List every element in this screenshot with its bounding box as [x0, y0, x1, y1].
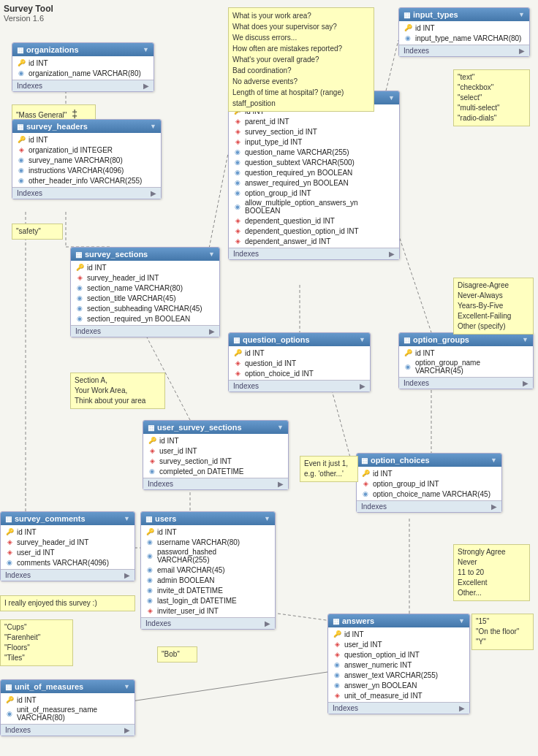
table-body-survey-comments: 🔑 id INT ◈ survey_header_id INT ◈ user_i… — [1, 525, 134, 569]
table-body-unit-of-measures: 🔑 id INT ◉ unit_of_measures_name VARCHAR… — [1, 693, 134, 724]
footer-expand-icon[interactable]: ▶ — [278, 480, 284, 488]
pk-icon: 🔑 — [5, 695, 14, 704]
table-header-survey-sections: ▦survey_sections ▼ — [71, 248, 219, 261]
fk-icon: ◈ — [333, 650, 341, 659]
table-question-options[interactable]: ▦question_options ▼ 🔑 id INT ◈ question_… — [228, 332, 371, 392]
fk-icon: ◈ — [333, 691, 341, 700]
dropdown-arrow[interactable]: ▼ — [277, 424, 284, 431]
pk-icon: 🔑 — [145, 527, 154, 536]
field-row: ◈ user_id INT — [143, 446, 288, 456]
field-row: ◉ answer_text VARCHAR(255) — [328, 670, 469, 680]
field-row: ◉ section_name VARCHAR(80) — [71, 283, 219, 293]
table-footer-survey-headers[interactable]: Indexes ▶ — [12, 187, 161, 199]
dropdown-arrow[interactable]: ▼ — [522, 336, 528, 343]
pk-icon: 🔑 — [404, 23, 412, 32]
table-survey-comments[interactable]: ▦survey_comments ▼ 🔑 id INT ◈ survey_hea… — [0, 511, 135, 581]
footer-expand-icon[interactable]: ▶ — [151, 189, 156, 197]
table-footer-users[interactable]: Indexes ▶ — [141, 617, 275, 629]
table-footer-user-survey-sections[interactable]: Indexes ▶ — [143, 478, 288, 489]
footer-expand-icon[interactable]: ▶ — [124, 571, 130, 579]
field-row: ◉ invite_dt DATETIME — [141, 585, 275, 595]
field-row: 🔑 id INT — [399, 348, 533, 358]
table-footer-input-types[interactable]: Indexes ▶ — [399, 45, 529, 56]
dropdown-arrow[interactable]: ▼ — [264, 515, 270, 522]
table-footer-answers[interactable]: Indexes ▶ — [328, 702, 469, 714]
table-users[interactable]: ▦users ▼ 🔑 id INT ◉ username VARCHAR(80)… — [140, 511, 276, 630]
table-answers[interactable]: ▦answers ▼ 🔑 id INT ◈ user_id INT ◈ ques… — [327, 614, 470, 714]
footer-expand-icon[interactable]: ▶ — [519, 47, 525, 55]
table-questions[interactable]: ▦questions ▼ 🔑 id INT ◈ parent_id INT ◈ … — [228, 91, 400, 260]
fk-icon: ◈ — [233, 127, 242, 136]
table-footer-question-options[interactable]: Indexes ▶ — [229, 380, 370, 392]
table-header-organizations: ▦organizations ▼ — [12, 43, 154, 56]
dropdown-arrow[interactable]: ▼ — [208, 251, 215, 258]
field-icon: ◉ — [75, 294, 84, 302]
dropdown-arrow[interactable]: ▼ — [124, 683, 130, 690]
table-footer-survey-comments[interactable]: Indexes ▶ — [1, 569, 134, 581]
table-body-answers: 🔑 id INT ◈ user_id INT ◈ question_option… — [328, 627, 469, 702]
field-row: 🔑 id INT — [1, 527, 134, 537]
field-row: ◉ admin BOOLEAN — [141, 575, 275, 585]
table-footer-unit-of-measures[interactable]: Indexes ▶ — [1, 724, 134, 736]
field-row: ◉ option_group_id INT — [229, 188, 399, 198]
dropdown-arrow[interactable]: ▼ — [150, 123, 156, 130]
table-body-input-types: 🔑 id INT ◉ input_type_name VARCHAR(80) — [399, 21, 529, 45]
footer-expand-icon[interactable]: ▶ — [143, 82, 149, 90]
table-survey-headers[interactable]: ▦survey_headers ▼ 🔑 id INT ◈ organizatio… — [12, 119, 162, 199]
table-survey-sections[interactable]: ▦survey_sections ▼ 🔑 id INT ◈ survey_hea… — [70, 247, 220, 337]
table-input-types[interactable]: ▦input_types ▼ 🔑 id INT ◉ input_type_nam… — [398, 7, 530, 57]
table-option-choices[interactable]: ▦option_choices ▼ 🔑 id INT ◈ option_grou… — [356, 453, 502, 513]
footer-expand-icon[interactable]: ▶ — [265, 619, 270, 627]
table-footer-option-groups[interactable]: Indexes ▶ — [399, 377, 533, 389]
dropdown-arrow[interactable]: ▼ — [388, 94, 395, 102]
dropdown-arrow[interactable]: ▼ — [490, 457, 497, 464]
note-option-groups-values: Disagree-Agree Never-Always Years-By-Fiv… — [453, 278, 534, 335]
field-row: ◉ answer_required_yn BOOLEAN — [229, 177, 399, 188]
field-icon: ◉ — [361, 489, 370, 498]
dropdown-arrow[interactable]: ▼ — [124, 515, 130, 522]
pk-icon: 🔑 — [404, 348, 412, 357]
table-header-survey-comments: ▦survey_comments ▼ — [1, 512, 134, 525]
fk-icon: ◈ — [148, 446, 156, 455]
table-footer-survey-sections[interactable]: Indexes ▶ — [71, 325, 219, 337]
footer-expand-icon[interactable]: ▶ — [389, 250, 395, 258]
field-row: ◈ dependent_question_id INT — [229, 215, 399, 226]
fk-icon: ◈ — [233, 216, 242, 225]
fk-icon: ◈ — [148, 457, 156, 465]
note-section-example: Section A, Your Work Area, Think about y… — [70, 373, 165, 409]
footer-expand-icon[interactable]: ▶ — [360, 382, 365, 390]
note-unit-of-measures-values: "Cups" "Farenheit" "Floors" "Tiles" — [0, 619, 73, 666]
dropdown-arrow[interactable]: ▼ — [518, 11, 525, 18]
dropdown-arrow[interactable]: ▼ — [359, 336, 365, 343]
table-header-users: ▦users ▼ — [141, 512, 275, 525]
table-option-groups[interactable]: ▦option_groups ▼ 🔑 id INT ◉ option_group… — [398, 332, 534, 389]
table-organizations[interactable]: ▦organizations ▼ 🔑 id INT ◉ organization… — [12, 42, 154, 92]
footer-expand-icon[interactable]: ▶ — [491, 503, 497, 511]
field-icon: ◉ — [145, 576, 154, 584]
table-user-survey-sections[interactable]: ▦user_survey_sections ▼ 🔑 id INT ◈ user_… — [143, 420, 289, 490]
field-icon: ◉ — [233, 148, 242, 156]
field-row: ◈ user_id INT — [328, 639, 469, 649]
dropdown-arrow[interactable]: ▼ — [143, 46, 149, 53]
footer-expand-icon[interactable]: ▶ — [459, 704, 465, 712]
field-row: 🔑 id INT — [357, 468, 501, 478]
field-row: ◈ survey_header_id INT — [71, 272, 219, 283]
footer-expand-icon[interactable]: ▶ — [523, 379, 528, 387]
table-footer-organizations[interactable]: Indexes ▶ — [12, 80, 154, 91]
table-body-user-survey-sections: 🔑 id INT ◈ user_id INT ◈ survey_section_… — [143, 434, 288, 478]
dropdown-arrow[interactable]: ▼ — [458, 617, 465, 625]
table-body-question-options: 🔑 id INT ◈ question_id INT ◈ option_choi… — [229, 346, 370, 380]
field-icon: ◉ — [75, 314, 84, 323]
pk-icon: 🔑 — [333, 630, 341, 638]
table-footer-option-choices[interactable]: Indexes ▶ — [357, 500, 501, 512]
footer-expand-icon[interactable]: ▶ — [209, 327, 215, 335]
footer-expand-icon[interactable]: ▶ — [124, 726, 130, 734]
field-row: ◉ instructions VARCHAR(4096) — [12, 165, 161, 175]
field-row: ◈ question_option_id INT — [328, 649, 469, 660]
table-header-unit-of-measures: ▦unit_of_measures ▼ — [1, 680, 134, 693]
field-row: ◉ completed_on DATETIME — [143, 466, 288, 476]
field-icon: ◉ — [145, 586, 154, 595]
table-footer-questions[interactable]: Indexes ▶ — [229, 248, 399, 259]
fk-icon: ◈ — [233, 226, 242, 235]
table-unit-of-measures[interactable]: ▦unit_of_measures ▼ 🔑 id INT ◉ unit_of_m… — [0, 679, 135, 736]
